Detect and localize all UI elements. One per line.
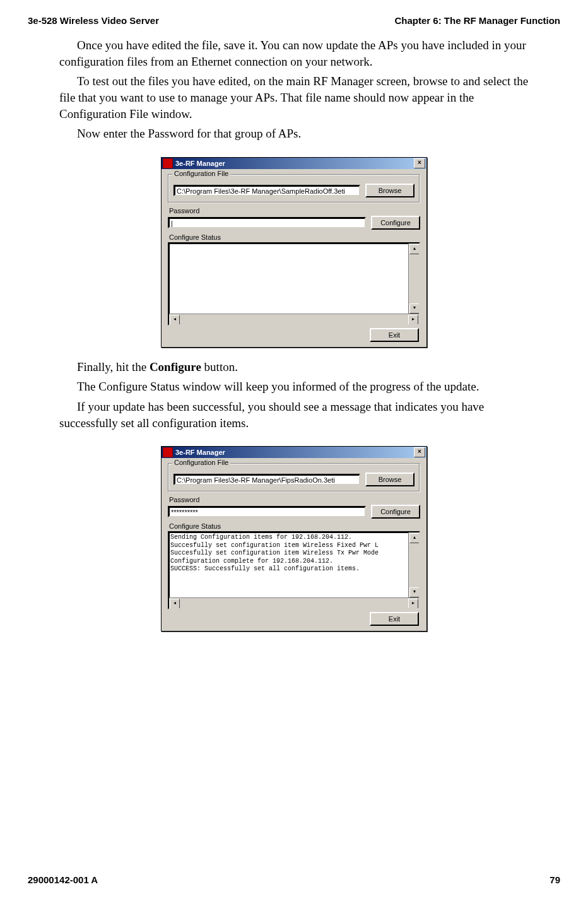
scroll-right-icon[interactable]: ▸ [408, 315, 418, 325]
footer-right: 79 [550, 874, 560, 885]
paragraph-6: If your update has been successful, you … [59, 399, 529, 431]
configure-status-label: Configure Status [169, 522, 420, 530]
app-icon [163, 158, 173, 168]
scroll-left-icon[interactable]: ◂ [170, 599, 180, 609]
screenshot-2-wrap: 3e-RF Manager × Configuration File C:\Pr… [28, 446, 560, 632]
status-line: Succesfully set configuration item Wirel… [170, 549, 418, 558]
configuration-file-group: Configuration File C:\Program Files\3e-R… [168, 174, 420, 203]
configuration-file-input[interactable]: C:\Program Files\3e-RF Manager\FipsRadio… [173, 474, 360, 485]
paragraph-2: To test out the files you have edited, o… [59, 73, 529, 122]
configure-button[interactable]: Configure [371, 505, 420, 519]
vertical-scrollbar[interactable]: ▴ ▾ [408, 532, 419, 598]
page-header: 3e-528 Wireless Video Server Chapter 6: … [28, 15, 560, 26]
paragraph-3: Now enter the Password for that group of… [59, 126, 529, 142]
page-footer: 29000142-001 A 79 [28, 874, 560, 885]
scroll-left-icon[interactable]: ◂ [170, 315, 180, 325]
configure-status-box: ▴ ▾ ◂ ▸ [168, 242, 420, 326]
horizontal-scrollbar[interactable]: ◂ ▸ [169, 597, 419, 608]
status-line: SUCCESS: Successfully set all configurat… [170, 565, 418, 573]
horizontal-scrollbar[interactable]: ◂ ▸ [169, 314, 419, 324]
p4-text-c: button. [201, 360, 238, 373]
header-left: 3e-528 Wireless Video Server [28, 15, 159, 26]
p4-bold: Configure [150, 360, 201, 373]
groupbox-legend: Configuration File [172, 459, 230, 466]
titlebar: 3e-RF Manager × [162, 158, 426, 169]
p4-text-a: Finally, hit the [77, 360, 150, 373]
vertical-scrollbar[interactable]: ▴ ▾ [408, 244, 419, 314]
status-line: Sending Configuration items for 192.168.… [170, 534, 418, 542]
password-label: Password [169, 207, 420, 214]
scroll-down-icon[interactable]: ▾ [409, 587, 420, 597]
password-label: Password [169, 496, 420, 503]
body-text-2: Finally, hit the Configure button. The C… [59, 359, 529, 435]
exit-button[interactable]: Exit [370, 328, 419, 342]
password-input[interactable]: | [168, 217, 366, 228]
close-icon[interactable]: × [414, 158, 425, 168]
titlebar: 3e-RF Manager × [162, 447, 426, 458]
page: 3e-528 Wireless Video Server Chapter 6: … [0, 0, 588, 899]
configuration-file-group: Configuration File C:\Program Files\3e-R… [168, 463, 420, 492]
paragraph-4: Finally, hit the Configure button. [59, 359, 529, 375]
browse-button[interactable]: Browse [365, 184, 415, 197]
screenshot-1-wrap: 3e-RF Manager × Configuration File C:\Pr… [28, 157, 560, 348]
status-line: Configuration complete for 192.168.204.1… [170, 558, 418, 566]
paragraph-1: Once you have edited the file, save it. … [59, 37, 529, 69]
scroll-down-icon[interactable]: ▾ [409, 303, 420, 314]
footer-left: 29000142-001 A [28, 874, 98, 885]
window-title: 3e-RF Manager [175, 160, 414, 167]
rf-manager-dialog-1: 3e-RF Manager × Configuration File C:\Pr… [161, 157, 427, 348]
configuration-file-input[interactable]: C:\Program Files\3e-RF Manager\SampleRad… [173, 185, 360, 196]
scroll-up-icon[interactable]: ▴ [409, 244, 420, 254]
paragraph-5: The Configure Status window will keep yo… [59, 379, 529, 395]
dialog-body: Configuration File C:\Program Files\3e-R… [162, 169, 426, 347]
configure-status-label: Configure Status [169, 233, 420, 241]
configure-status-box: Sending Configuration items for 192.168.… [168, 531, 420, 609]
close-icon[interactable]: × [414, 447, 425, 457]
status-content: Sending Configuration items for 192.168.… [169, 532, 419, 575]
password-input[interactable]: ********** [168, 506, 366, 517]
scroll-up-icon[interactable]: ▴ [409, 533, 420, 543]
status-line: Succesfully set configuration item Wirel… [170, 542, 418, 550]
groupbox-legend: Configuration File [172, 170, 230, 177]
exit-button[interactable]: Exit [370, 612, 419, 626]
dialog-body: Configuration File C:\Program Files\3e-R… [162, 458, 426, 631]
rf-manager-dialog-2: 3e-RF Manager × Configuration File C:\Pr… [161, 446, 427, 632]
browse-button[interactable]: Browse [365, 473, 415, 486]
app-icon [163, 447, 173, 457]
header-right: Chapter 6: The RF Manager Function [394, 15, 560, 26]
scroll-right-icon[interactable]: ▸ [408, 599, 418, 609]
configure-button[interactable]: Configure [371, 216, 420, 230]
body-text: Once you have edited the file, save it. … [59, 37, 529, 146]
window-title: 3e-RF Manager [175, 449, 414, 456]
